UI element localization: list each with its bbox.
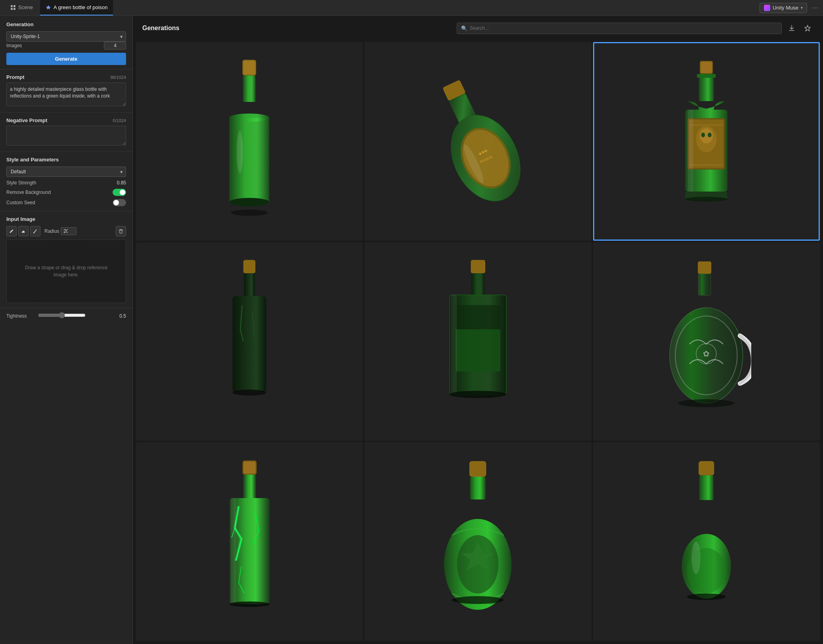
svg-rect-42 [471,260,485,273]
custom-seed-row: Custom Seed [6,199,126,206]
bottle-0 [218,57,281,226]
svg-point-32 [708,132,711,137]
top-right-actions: Unity Muse ▾ ⋯ [760,3,818,13]
style-select[interactable]: Default [6,167,126,177]
input-image-title: Input Image [6,216,126,222]
svg-rect-60 [230,498,236,604]
remove-bg-row: Remove Background [6,189,126,196]
custom-seed-toggle[interactable] [113,199,126,206]
bottle-8 [674,457,739,626]
tab-poison[interactable]: A green bottle of poison [40,0,113,15]
model-select[interactable]: Unity-Sprite-1 [6,31,126,42]
content-header: Generations 🔍 [133,16,823,40]
svg-rect-2 [11,8,13,10]
svg-rect-37 [688,109,693,192]
svg-rect-5 [120,230,122,233]
search-input[interactable] [470,25,777,31]
svg-point-66 [452,596,504,604]
grid-icon [10,5,16,10]
tightness-slider-container [38,312,116,320]
style-strength-value: 0.85 [117,180,126,186]
tightness-section: Tightness 0.5 [0,308,132,324]
grid-cell-5[interactable]: ✿ [593,242,820,441]
svg-rect-47 [451,295,457,395]
grid-cell-1[interactable]: ◈◈◈ POISON [364,42,591,241]
svg-rect-1 [13,5,15,7]
svg-point-55 [678,399,735,407]
neg-prompt-textarea[interactable] [6,126,126,146]
svg-rect-58 [243,475,256,499]
remove-bg-toggle[interactable] [113,189,126,196]
svg-rect-38 [243,260,255,273]
header-actions: 🔍 [457,22,813,34]
grid-cell-7[interactable] [364,442,591,641]
svg-rect-39 [244,273,255,297]
style-title: Style and Parameters [6,157,126,163]
svg-rect-67 [699,461,714,475]
input-drop-area[interactable]: Draw a shape or drag & drop reference im… [6,240,126,303]
svg-rect-8 [243,75,256,102]
grid-cell-8[interactable] [593,442,820,641]
svg-rect-50 [699,274,711,295]
svg-point-61 [229,602,270,607]
svg-point-48 [450,391,506,398]
grid-cell-6[interactable] [136,442,363,641]
download-button[interactable] [786,22,798,34]
neg-prompt-header: Negative Prompt 0/1024 [6,117,126,123]
download-icon [788,25,795,32]
brush-tool[interactable] [30,226,40,236]
eraser-tool[interactable] [18,226,29,236]
bottle-7 [439,457,517,626]
svg-rect-46 [456,330,500,372]
prompt-section: Prompt 98/1024 a highly detailed masterp… [0,69,132,113]
images-input[interactable] [104,42,126,50]
input-tools: Radius [6,226,126,236]
svg-point-72 [687,594,726,600]
star-button[interactable] [802,22,813,34]
tightness-slider[interactable] [38,312,86,318]
svg-point-31 [701,132,705,137]
content-area: Generations 🔍 [133,16,823,644]
sprite-icon [46,5,51,10]
bottle-1: ◈◈◈ POISON [398,62,557,221]
generate-button[interactable]: Generate [6,53,126,65]
grid-cell-4[interactable] [364,242,591,441]
grid-cell-0[interactable] [136,42,363,241]
svg-rect-25 [699,78,714,101]
generation-section: Generation Unity-Sprite-1 Images Generat… [0,16,132,69]
neg-prompt-count: 0/1024 [113,118,126,123]
bottle-3 [219,257,279,426]
svg-point-12 [237,131,243,173]
grid-cell-3[interactable] [136,242,363,441]
prompt-header: Prompt 98/1024 [6,74,126,80]
pencil-tool[interactable] [6,226,17,236]
top-bar: Scene A green bottle of poison Unity Mus… [0,0,823,16]
svg-point-13 [231,209,268,216]
radius-input[interactable] [61,227,77,235]
custom-seed-knob [113,200,119,205]
bottle-2 [674,57,739,226]
images-row: Images [6,42,126,50]
trash-button[interactable] [116,226,126,236]
bottle-6 [220,457,279,626]
svg-rect-49 [698,262,712,274]
svg-point-4 [33,232,34,234]
svg-rect-63 [470,477,486,499]
svg-rect-23 [701,61,712,73]
muse-label: Unity Muse [773,5,798,11]
tab-scene[interactable]: Scene [5,0,38,15]
muse-chevron: ▾ [801,6,803,10]
muse-button[interactable]: Unity Muse ▾ [760,3,807,13]
svg-point-41 [233,390,266,396]
neg-prompt-title: Negative Prompt [6,117,47,123]
tab-list: Scene A green bottle of poison [5,0,113,15]
bottle-4 [439,257,517,426]
eraser-icon [21,229,26,234]
pencil-icon [9,229,14,234]
prompt-textarea[interactable]: a highly detailed masterpiece glass bott… [6,82,126,106]
svg-point-71 [691,542,701,574]
style-strength-row: Style Strength 0.85 [6,180,126,186]
tightness-value: 0.5 [119,313,126,319]
grid-cell-2[interactable] [593,42,820,241]
more-options[interactable]: ⋯ [812,4,818,12]
